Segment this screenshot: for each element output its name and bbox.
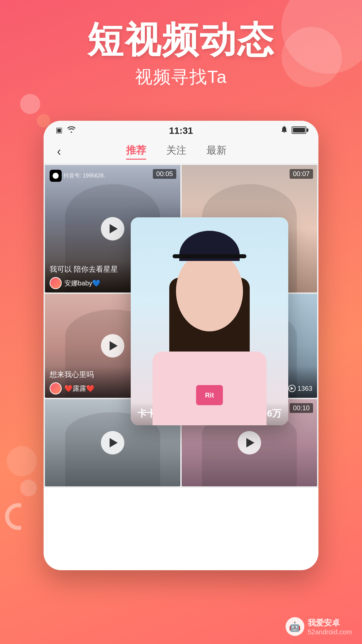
back-button[interactable]: ‹	[57, 145, 61, 159]
watermark-icon: 🤖	[286, 617, 304, 636]
featured-thumb: Rit	[131, 217, 288, 425]
play-button-6[interactable]	[238, 431, 261, 454]
video-user-3: ❤️露露❤️	[50, 382, 95, 394]
play-button-1[interactable]	[101, 217, 124, 240]
watermark: 🤖 我爱安卓 52android.com	[286, 617, 352, 636]
play-icon-small-4	[288, 385, 296, 392]
view-number-4: 1363	[298, 385, 313, 392]
view-count-4: 1363	[288, 385, 313, 392]
tiktok-badge: 抖音号: 1995628.	[50, 170, 105, 182]
status-bar: ▣ 11:31	[44, 121, 318, 140]
tab-latest[interactable]: 最新	[206, 144, 227, 160]
featured-card[interactable]: Rit 卡卡琴 3.6万	[131, 217, 288, 425]
moon-decoration	[5, 503, 32, 530]
video-duration-6: 00:10	[290, 403, 313, 413]
video-user-1: 安娜baby💙	[50, 277, 101, 289]
video-duration-1: 00:05	[153, 169, 176, 179]
sim-icon: ▣	[56, 126, 63, 135]
content-area: 抖音号: 1995628. 00:05 我可以 陪你去看星星 安娜baby💙	[44, 164, 318, 570]
status-time: 11:31	[169, 125, 193, 136]
video-duration-2: 00:07	[290, 169, 313, 179]
user-avatar-3	[50, 382, 62, 394]
user-name-1: 安娜baby💙	[64, 279, 101, 288]
tiktok-label: 抖音号: 1995628.	[64, 172, 105, 179]
bell-icon	[280, 125, 288, 136]
play-button-3[interactable]	[101, 334, 124, 358]
user-avatar-1	[50, 277, 62, 289]
featured-person: Rit	[131, 217, 288, 425]
blob-decoration-6	[20, 480, 37, 496]
hero-title: 短视频动态	[0, 20, 362, 60]
tiktok-icon	[50, 170, 62, 182]
tab-following[interactable]: 关注	[166, 144, 186, 160]
blob-decoration-3	[20, 94, 40, 114]
tab-recommended[interactable]: 推荐	[126, 144, 146, 160]
phone-mockup: ▣ 11:31 ‹ 推荐 关注 最新	[44, 121, 318, 584]
hero-subtitle: 视频寻找Ta	[0, 65, 362, 89]
play-button-5[interactable]	[101, 431, 124, 454]
nav-bar: ‹ 推荐 关注 最新	[44, 140, 318, 164]
blob-decoration-5	[7, 446, 37, 476]
watermark-text: 我爱安卓 52android.com	[308, 618, 352, 636]
user-name-3: ❤️露露❤️	[64, 384, 95, 393]
status-left: ▣	[56, 125, 76, 135]
hero-section: 短视频动态 视频寻找Ta	[0, 20, 362, 89]
battery-icon	[292, 126, 306, 134]
wifi-icon	[67, 125, 76, 135]
phone-frame: ▣ 11:31 ‹ 推荐 关注 最新	[44, 121, 318, 570]
status-right	[280, 125, 306, 136]
nav-tabs: 推荐 关注 最新	[126, 144, 227, 160]
